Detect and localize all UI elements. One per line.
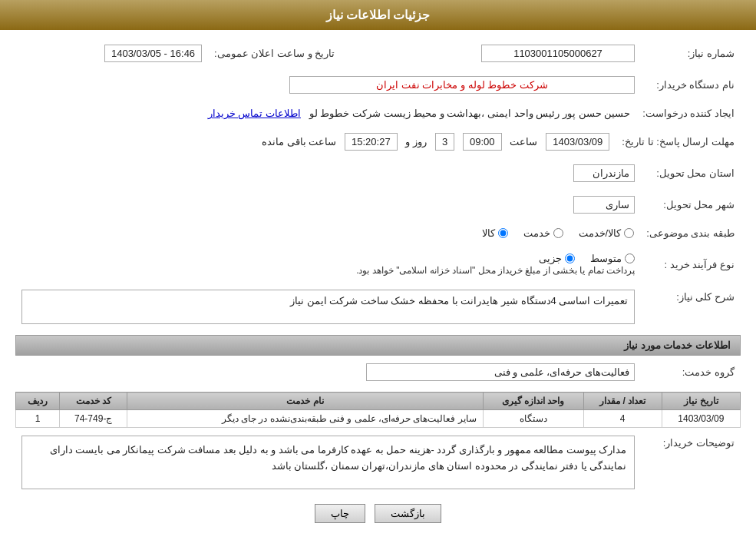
tabaqe-value: کالا/خدمت خدمت کالا (15, 224, 640, 242)
baghimande-box: 15:20:27 (345, 133, 398, 151)
radio-khadamat: خدمت (523, 227, 563, 239)
info-table-row8: نوع فرآیند خرید : متوسط جزیی پرداخت تمام… (15, 250, 741, 279)
tarikh-value: 1403/03/05 - 16:46 (15, 41, 208, 65)
ostan-box: مازندران (573, 164, 635, 182)
col-radif: ردیف (16, 393, 60, 410)
radio-jozei-input[interactable] (565, 253, 575, 263)
etelaat-section-header: اطلاعات خدمات مورد نیاز (15, 335, 741, 356)
radio-jozei: جزیی (539, 253, 575, 264)
shomareNiaz-value: 1103001105000627 (350, 41, 641, 65)
col-vahed: واحد اندازه گیری (483, 393, 583, 410)
shomareNiaz-label: شماره نیاز: (641, 41, 741, 65)
roz-box: 3 (435, 133, 454, 151)
page-title: جزئیات اطلاعات نیاز (326, 8, 431, 22)
namDastgah-value: شرکت خطوط لوله و مخابرات نفت ایران (15, 73, 641, 97)
sharhNiaz-box: تعمیرات اساسی 4دستگاه شیر هایدرانت با مح… (21, 290, 635, 324)
cell-vahed: دستگاه (483, 410, 583, 428)
info-table-row6: شهر محل تحویل: ساری (15, 193, 741, 217)
info-table-row1: شماره نیاز: 1103001105000627 تاریخ و ساع… (15, 41, 741, 65)
mohlat-date-box: 1403/03/09 (546, 133, 609, 151)
noefarayand-note: پرداخت تمام یا بخشی از مبلغ خریداز محل "… (356, 265, 635, 276)
info-table-tawzihat: توضیحات خریدار: مدارک پیوست مطالعه ممهور… (15, 432, 741, 492)
info-table-sharh: شرح کلی نیاز: تعمیرات اساسی 4دستگاه شیر … (15, 287, 741, 327)
roz-label: روز و (405, 136, 427, 147)
radio-motavaset-input[interactable] (625, 253, 635, 263)
saat-box: 09:00 (463, 133, 502, 151)
radio-jozei-label: جزیی (539, 253, 562, 264)
baghimande-label: ساعت باقی مانده (262, 136, 336, 147)
cell-tedad: 4 (583, 410, 662, 428)
tawzihat-label: توضیحات خریدار: (641, 432, 741, 492)
radio-kala-input[interactable] (498, 228, 508, 238)
col-tedad: تعداد / مقدار (583, 393, 662, 410)
tarikh-label: تاریخ و ساعت اعلان عمومی: (208, 41, 350, 65)
info-table-row4: مهلت ارسال پاسخ: تا تاریخ: 1403/03/09 سا… (15, 130, 741, 154)
col-tarikh-niaz: تاریخ نیاز (662, 393, 740, 410)
radio-motavaset: متوسط (590, 253, 635, 264)
table-row: 1403/03/09 4 دستگاه سایر فعالیت‌های حرفه… (16, 410, 741, 428)
cell-tarikh: 1403/03/09 (662, 410, 740, 428)
groupKhedmat-label: گروه خدمت: (641, 360, 741, 384)
ijadKonande-label: ایجاد کننده درخواست: (636, 104, 741, 122)
page-wrapper: جزئیات اطلاعات نیاز شماره نیاز: 11030011… (0, 0, 756, 540)
info-table-groupKhedmat: گروه خدمت: فعالیت‌های حرفه‌ای، علمی و فن… (15, 360, 741, 384)
tawzihat-value: مدارک پیوست مطالعه ممهور و بارگذاری گردد… (15, 432, 641, 492)
shahr-value: ساری (15, 193, 641, 217)
cell-kodKhedmat: ج-749-74 (60, 410, 127, 428)
noefarayand-value: متوسط جزیی پرداخت تمام یا بخشی از مبلغ خ… (15, 250, 641, 279)
namDastgah-box: شرکت خطوط لوله و مخابرات نفت ایران (289, 76, 635, 94)
radio-khadamat-input[interactable] (553, 228, 563, 238)
tabaqe-label: طبقه بندی موضوعی: (640, 224, 741, 242)
page-header: جزئیات اطلاعات نیاز (0, 0, 756, 30)
sharhNiaz-value: تعمیرات اساسی 4دستگاه شیر هایدرانت با مح… (15, 287, 641, 327)
chap-button[interactable]: چاپ (315, 504, 365, 523)
col-namKhedmat: نام خدمت (127, 393, 483, 410)
ijadKonande-value: حسین حسن پور رئیس واحد ایمنی ،بهداشت و م… (15, 104, 636, 122)
content-area: شماره نیاز: 1103001105000627 تاریخ و ساع… (0, 30, 756, 540)
info-table-row3: ایجاد کننده درخواست: حسین حسن پور رئیس و… (15, 104, 741, 122)
noefarayand-label: نوع فرآیند خرید : (641, 250, 741, 279)
mohlat-values: 1403/03/09 ساعت 09:00 3 روز و 15:20:27 س… (15, 130, 616, 154)
noefarayand-radio-row: متوسط جزیی (21, 253, 635, 264)
radio-khadamat-label: خدمت (523, 227, 550, 239)
ostan-label: استان محل تحویل: (641, 161, 741, 185)
info-table-row2: نام دستگاه خریدار: شرکت خطوط لوله و مخاب… (15, 73, 741, 97)
ostan-value: مازندران (15, 161, 641, 185)
shomareNiaz-box: 1103001105000627 (481, 45, 635, 62)
info-table-row7: طبقه بندی موضوعی: کالا/خدمت خدمت (15, 224, 741, 242)
groupKhedmat-box: فعالیت‌های حرفه‌ای، علمی و فنی (366, 363, 635, 381)
tabaqe-radio-row: کالا/خدمت خدمت کالا (21, 227, 634, 239)
tarikh-box: 1403/03/05 - 16:46 (104, 45, 202, 62)
radio-kala-label: کالا (482, 227, 495, 239)
col-kodKhedmat: کد خدمت (60, 393, 127, 410)
radio-kala: کالا (482, 227, 508, 239)
etelaatTamas-link[interactable]: اطلاعات تماس خریدار (208, 108, 301, 119)
tawzihat-box: مدارک پیوست مطالعه ممهور و بارگذاری گردد… (21, 436, 635, 489)
buttons-row: بازگشت چاپ (15, 504, 741, 523)
cell-radif: 1 (16, 410, 60, 428)
radio-motavaset-label: متوسط (590, 253, 622, 264)
shahr-label: شهر محل تحویل: (641, 193, 741, 217)
sharhNiaz-label: شرح کلی نیاز: (641, 287, 741, 327)
groupKhedmat-value: فعالیت‌های حرفه‌ای، علمی و فنی (15, 360, 641, 384)
radio-kalaKhadamat: کالا/خدمت (579, 227, 635, 239)
info-table-row5: استان محل تحویل: مازندران (15, 161, 741, 185)
radio-kalaKhadamat-input[interactable] (624, 228, 634, 238)
service-table: تاریخ نیاز تعداد / مقدار واحد اندازه گیر… (15, 392, 741, 428)
namDastgah-label: نام دستگاه خریدار: (641, 73, 741, 97)
saat-label: ساعت (510, 136, 537, 147)
shahr-box: ساری (573, 196, 635, 214)
cell-namKhedmat: سایر فعالیت‌های حرفه‌ای، علمی و فنی طبقه… (127, 410, 483, 428)
radio-kalaKhadamat-label: کالا/خدمت (579, 227, 622, 239)
ijadKonande-text: حسین حسن پور رئیس واحد ایمنی ،بهداشت و م… (309, 108, 630, 119)
mohlat-label: مهلت ارسال پاسخ: تا تاریخ: (616, 130, 741, 154)
bazgasht-button[interactable]: بازگشت (375, 504, 441, 523)
